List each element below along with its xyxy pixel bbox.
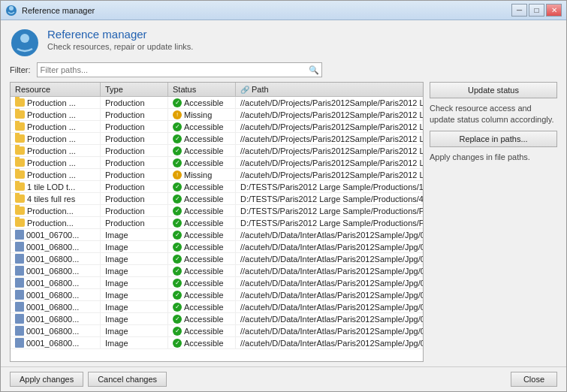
close-button[interactable]: Close (511, 372, 557, 387)
table-row[interactable]: 0001_06800...Image✓Accessible//acuteh/D/… (11, 277, 423, 289)
cell-path: //acuteh/D/Data/InterAtlas/Paris2012Samp… (236, 289, 423, 300)
minimize-button[interactable]: ─ (511, 4, 527, 17)
cell-status: ✓Accessible (168, 265, 236, 276)
cell-path: //acuteh/D/Data/InterAtlas/Paris2012Samp… (236, 301, 423, 312)
table-row[interactable]: 0001_06800...Image✓Accessible//acuteh/D/… (11, 289, 423, 301)
col-resource: Resource (11, 83, 101, 96)
folder-icon (15, 110, 25, 119)
table-row[interactable]: Production ...Production✓Accessible//acu… (11, 121, 423, 133)
cell-type: Image (101, 301, 168, 312)
cell-path: //acuteh/D/Data/InterAtlas/Paris2012Samp… (236, 241, 423, 252)
table-row[interactable]: 0001_06800...Image✓Accessible//acuteh/D/… (11, 313, 423, 325)
status-badge: ✓ (173, 158, 182, 167)
table-row[interactable]: 0001_06800...Image✓Accessible//acuteh/D/… (11, 253, 423, 265)
header-section: Reference manager Check resources, repai… (10, 28, 557, 58)
table-row[interactable]: 0001_06800...Image✓Accessible//acuteh/D/… (11, 301, 423, 313)
table-section: Resource Type Status 🔗 Path Production .… (10, 82, 424, 362)
cell-status: ✓Accessible (168, 133, 236, 144)
folder-icon (15, 146, 25, 155)
cell-resource: 0001_06800... (11, 325, 101, 336)
table-row[interactable]: 0001_06800...Image✓Accessible//acuteh/D/… (11, 325, 423, 337)
cell-type: Image (101, 289, 168, 300)
table-row[interactable]: Production ...Production✓Accessible//acu… (11, 157, 423, 169)
table-body[interactable]: Production ...Production✓Accessible//acu… (11, 97, 423, 361)
filter-input[interactable] (37, 62, 322, 77)
col-type: Type (101, 83, 168, 96)
cell-type: Image (101, 277, 168, 288)
cell-type: Image (101, 253, 168, 264)
cell-status: ✓Accessible (168, 193, 236, 204)
folder-icon (15, 98, 25, 107)
cell-resource: 1 tile LOD t... (11, 181, 101, 192)
cell-resource: 0001_06800... (11, 289, 101, 300)
cell-resource: Production ... (11, 133, 101, 144)
cell-status: ✓Accessible (168, 325, 236, 336)
cell-status: ✓Accessible (168, 253, 236, 264)
cell-resource: Production ... (11, 157, 101, 168)
cell-type: Image (101, 265, 168, 276)
cell-type: Production (101, 205, 168, 216)
table-row[interactable]: 4 tiles full resProduction✓AccessibleD:/… (11, 193, 423, 205)
cell-path: D:/TESTS/Paris2012 Large Sample/Producti… (236, 181, 423, 192)
content-area: Reference manager Check resources, repai… (1, 20, 566, 366)
cell-resource: 0001_06700... (11, 229, 101, 240)
status-badge: ✓ (173, 279, 182, 288)
update-status-desc: Check resource access and update status … (430, 103, 557, 126)
cell-status: ✓Accessible (168, 301, 236, 312)
table-row[interactable]: Production...Production✓AccessibleD:/TES… (11, 217, 423, 229)
cell-path: //acuteh/D/Projects/Paris2012Sample/Pari… (236, 97, 423, 108)
table-header: Resource Type Status 🔗 Path (11, 83, 423, 97)
cell-resource: 0001_06800... (11, 301, 101, 312)
status-badge: ✓ (173, 303, 182, 312)
cell-path: //acuteh/D/Data/InterAtlas/Paris2012Samp… (236, 325, 423, 336)
cancel-changes-button[interactable]: Cancel changes (88, 372, 167, 387)
file-icon (15, 290, 24, 300)
folder-icon (15, 122, 25, 131)
cell-path: D:/TESTS/Paris2012 Large Sample/Producti… (236, 193, 423, 204)
cell-type: Image (101, 241, 168, 252)
cell-type: Image (101, 313, 168, 324)
cell-type: Production (101, 145, 168, 156)
table-row[interactable]: 0001_06800...Image✓Accessible//acuteh/D/… (11, 337, 423, 349)
bottom-left: Apply changes Cancel changes (10, 372, 167, 387)
filter-label: Filter: (10, 65, 31, 74)
table-row[interactable]: Production ...Production!Missing//acuteh… (11, 109, 423, 121)
table-row[interactable]: 1 tile LOD t...Production✓AccessibleD:/T… (11, 181, 423, 193)
status-badge: ✓ (173, 219, 182, 228)
file-icon (15, 302, 24, 312)
cell-path: //acuteh/D/Data/InterAtlas/Paris2012Samp… (236, 337, 423, 348)
cell-path: //acuteh/D/Projects/Paris2012Sample/Pari… (236, 157, 423, 168)
cell-resource: 0001_06800... (11, 265, 101, 276)
window-close-button[interactable]: ✕ (546, 4, 562, 17)
status-badge: ✓ (173, 207, 182, 216)
cell-resource: 0001_06800... (11, 241, 101, 252)
cell-resource: 4 tiles full res (11, 193, 101, 204)
table-row[interactable]: Production ...Production✓Accessible//acu… (11, 97, 423, 109)
apply-changes-button[interactable]: Apply changes (10, 372, 83, 387)
file-icon (15, 230, 24, 240)
table-row[interactable]: 0001_06700...Image✓Accessible//acuteh/D/… (11, 229, 423, 241)
file-icon (15, 314, 24, 324)
filter-input-wrap: 🔍 (37, 62, 322, 77)
cell-status: !Missing (168, 109, 236, 120)
replace-paths-button[interactable]: Replace in paths... (430, 131, 557, 147)
cell-resource: Production ... (11, 109, 101, 120)
search-icon: 🔍 (309, 65, 319, 75)
update-status-button[interactable]: Update status (430, 82, 557, 98)
table-row[interactable]: Production ...Production✓Accessible//acu… (11, 133, 423, 145)
window-title: Reference manager (22, 6, 95, 15)
table-row[interactable]: Production ...Production!Missing//acuteh… (11, 169, 423, 181)
cell-type: Production (101, 181, 168, 192)
table-row[interactable]: 0001_06800...Image✓Accessible//acuteh/D/… (11, 241, 423, 253)
cell-path: //acuteh/D/Data/InterAtlas/Paris2012Samp… (236, 253, 423, 264)
maximize-button[interactable]: □ (529, 4, 544, 17)
status-badge: ✓ (173, 231, 182, 240)
status-badge: ! (173, 170, 182, 179)
table-row[interactable]: 0001_06800...Image✓Accessible//acuteh/D/… (11, 265, 423, 277)
cell-resource: Production ... (11, 121, 101, 132)
table-row[interactable]: Production ...Production✓Accessible//acu… (11, 145, 423, 157)
status-badge: ✓ (173, 339, 182, 348)
cell-resource: 0001_06800... (11, 337, 101, 348)
table-row[interactable]: Production...Production✓AccessibleD:/TES… (11, 205, 423, 217)
col-status: Status (168, 83, 236, 96)
